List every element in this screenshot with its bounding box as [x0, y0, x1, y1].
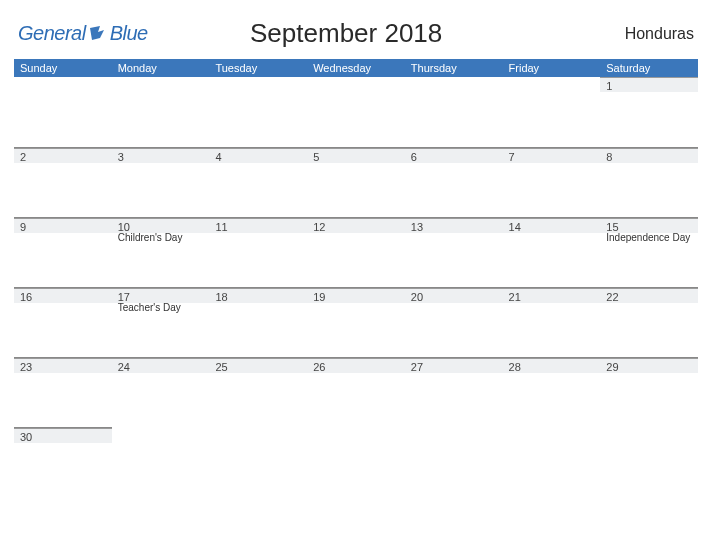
- day-number: 25: [215, 361, 301, 373]
- weekday-header: Sunday: [14, 59, 112, 77]
- calendar-week: 1: [14, 77, 698, 147]
- weekday-header: Monday: [112, 59, 210, 77]
- calendar-week: 23242526272829: [14, 357, 698, 427]
- day-number: 22: [606, 291, 692, 303]
- calendar-day: [307, 77, 405, 147]
- day-number: 12: [313, 221, 399, 233]
- day-number: 27: [411, 361, 497, 373]
- calendar-day: [112, 77, 210, 147]
- weekday-header-row: Sunday Monday Tuesday Wednesday Thursday…: [14, 59, 698, 77]
- calendar-day: 30: [14, 427, 112, 497]
- calendar-day: 12: [307, 217, 405, 287]
- calendar-day: 10Children's Day: [112, 217, 210, 287]
- day-number: 13: [411, 221, 497, 233]
- calendar-day: [14, 77, 112, 147]
- calendar-day: 5: [307, 147, 405, 217]
- calendar-day: 2: [14, 147, 112, 217]
- calendar-day: 9: [14, 217, 112, 287]
- calendar-day: 8: [600, 147, 698, 217]
- day-number: 23: [20, 361, 106, 373]
- calendar-day: 24: [112, 357, 210, 427]
- calendar-day: [405, 427, 503, 497]
- calendar-week: 30: [14, 427, 698, 497]
- day-number: 6: [411, 151, 497, 163]
- calendar-day: 3: [112, 147, 210, 217]
- day-number: 21: [509, 291, 595, 303]
- day-number: 20: [411, 291, 497, 303]
- day-number: 16: [20, 291, 106, 303]
- weekday-header: Tuesday: [209, 59, 307, 77]
- day-number: 28: [509, 361, 595, 373]
- day-number: 29: [606, 361, 692, 373]
- calendar-day: 28: [503, 357, 601, 427]
- day-number: 9: [20, 221, 106, 233]
- calendar-day: [405, 77, 503, 147]
- calendar-day: [209, 77, 307, 147]
- calendar-day: [112, 427, 210, 497]
- calendar-day: 7: [503, 147, 601, 217]
- calendar-day: 18: [209, 287, 307, 357]
- calendar-title: September 2018: [68, 18, 625, 49]
- calendar-day: 1: [600, 77, 698, 147]
- calendar-day: [600, 427, 698, 497]
- calendar-day: 14: [503, 217, 601, 287]
- weekday-header: Thursday: [405, 59, 503, 77]
- calendar-day: 25: [209, 357, 307, 427]
- calendar-day: [307, 427, 405, 497]
- calendar-day: [503, 427, 601, 497]
- calendar-day: 4: [209, 147, 307, 217]
- weekday-header: Saturday: [600, 59, 698, 77]
- calendar-day: 29: [600, 357, 698, 427]
- day-number: 14: [509, 221, 595, 233]
- day-number: 18: [215, 291, 301, 303]
- day-number: 7: [509, 151, 595, 163]
- calendar-day: 17Teacher's Day: [112, 287, 210, 357]
- day-number: 26: [313, 361, 399, 373]
- day-number: 3: [118, 151, 204, 163]
- calendar-week: 2345678: [14, 147, 698, 217]
- day-number: 2: [20, 151, 106, 163]
- calendar-day: 16: [14, 287, 112, 357]
- calendar-day: 19: [307, 287, 405, 357]
- day-event: Teacher's Day: [118, 302, 204, 313]
- weekday-header: Wednesday: [307, 59, 405, 77]
- calendar-day: 20: [405, 287, 503, 357]
- day-number: 8: [606, 151, 692, 163]
- calendar-header: General Blue September 2018 Honduras: [14, 12, 698, 59]
- calendar-day: 15Independence Day: [600, 217, 698, 287]
- country-label: Honduras: [625, 25, 694, 43]
- calendar-day: [209, 427, 307, 497]
- day-number: 5: [313, 151, 399, 163]
- weekday-header: Friday: [503, 59, 601, 77]
- day-number: 4: [215, 151, 301, 163]
- calendar-day: 13: [405, 217, 503, 287]
- calendar-day: 21: [503, 287, 601, 357]
- calendar-week: 910Children's Day1112131415Independence …: [14, 217, 698, 287]
- calendar-day: 6: [405, 147, 503, 217]
- day-event: Independence Day: [606, 232, 692, 243]
- calendar-day: 26: [307, 357, 405, 427]
- day-number: 19: [313, 291, 399, 303]
- day-event: Children's Day: [118, 232, 204, 243]
- calendar-day: [503, 77, 601, 147]
- day-number: 24: [118, 361, 204, 373]
- calendar-week: 1617Teacher's Day1819202122: [14, 287, 698, 357]
- day-number: 1: [606, 80, 692, 92]
- day-number: 11: [215, 221, 301, 233]
- calendar-day: 11: [209, 217, 307, 287]
- calendar-day: 22: [600, 287, 698, 357]
- calendar-day: 23: [14, 357, 112, 427]
- day-number: 30: [20, 431, 106, 443]
- calendar-day: 27: [405, 357, 503, 427]
- calendar-grid: 12345678910Children's Day1112131415Indep…: [14, 77, 698, 497]
